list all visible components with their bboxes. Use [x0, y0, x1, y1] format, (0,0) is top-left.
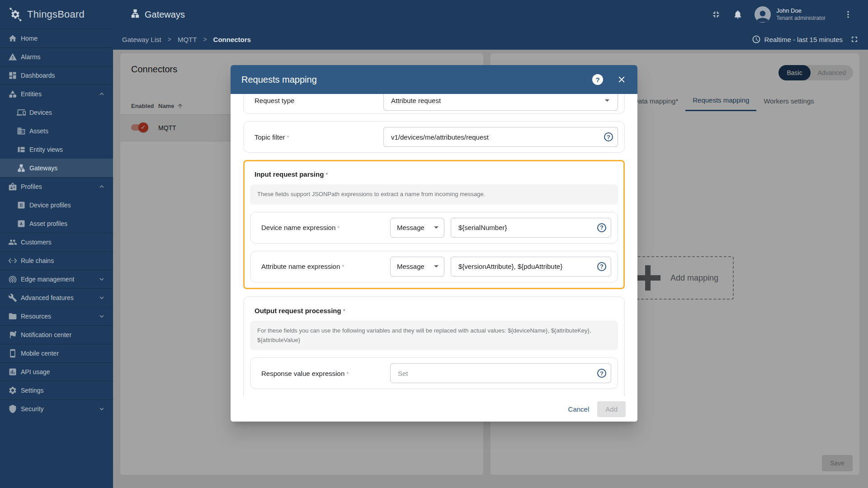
more-vert-icon [844, 10, 853, 19]
entity-views-icon [17, 145, 26, 154]
sidebar-item-security[interactable]: Security [0, 399, 113, 418]
required-asterisk: * [346, 371, 349, 377]
asset-profiles-icon [17, 219, 26, 228]
sidebar-item-home[interactable]: Home [0, 29, 113, 47]
chevron-down-icon [605, 99, 609, 102]
sidebar-item-customers[interactable]: Customers [0, 233, 113, 251]
user-block[interactable]: John Doe Tenant administrator [776, 7, 826, 21]
sidebar-item-api-usage[interactable]: API usage [0, 362, 113, 381]
attribute-name-expression-input[interactable]: ${versionAttribute}, ${pduAttribute}? [451, 257, 611, 277]
sidebar-item-profiles[interactable]: Profiles [0, 177, 113, 196]
form-row-topic-filter: Topic filter*v1/devices/me/attributes/re… [243, 121, 625, 153]
fullscreen-icon [850, 35, 859, 44]
customers-icon [8, 238, 17, 247]
security-icon [8, 404, 17, 413]
page-title-group: Gateways [130, 9, 185, 20]
secondary-header: Gateway List>MQTT>Connectors Realtime - … [113, 29, 868, 50]
topic-filter-input[interactable]: v1/devices/me/attributes/request? [383, 127, 618, 147]
device-name-expression-source-select[interactable]: Message [390, 218, 444, 238]
dialog-title: Requests mapping [241, 75, 592, 85]
help-icon[interactable]: ? [604, 132, 613, 141]
sidebar-item-label: Asset profiles [29, 220, 67, 227]
sidebar-item-advanced-features[interactable]: Advanced features [0, 288, 113, 307]
sidebar-item-settings[interactable]: Settings [0, 381, 113, 399]
avatar[interactable] [755, 6, 771, 23]
cancel-button[interactable]: Cancel [568, 405, 590, 413]
add-button[interactable]: Add [597, 401, 626, 417]
dialog-body: Request typeAttribute requestTopic filte… [231, 94, 637, 396]
field-label: Device name expression* [261, 224, 390, 231]
sidebar-item-dashboards[interactable]: Dashboards [0, 66, 113, 84]
help-icon[interactable]: ? [597, 369, 606, 378]
help-icon[interactable]: ? [597, 223, 606, 232]
gateways-icon [17, 164, 26, 173]
thingsboard-logo-icon [7, 6, 24, 23]
sidebar-item-entities[interactable]: Entities [0, 84, 113, 103]
home-icon [8, 34, 17, 43]
advanced-features-icon [8, 293, 17, 302]
sidebar-item-label: API usage [21, 368, 50, 375]
sidebar-item-resources[interactable]: Resources [0, 307, 113, 325]
sidebar-item-label: Rule chains [21, 257, 54, 264]
api-usage-icon [8, 367, 17, 376]
collapse-button[interactable] [711, 9, 721, 19]
sidebar-item-label: Notification center [21, 331, 71, 338]
user-name: John Doe [776, 7, 826, 14]
sidebar-item-label: Security [21, 405, 44, 413]
help-icon[interactable]: ? [597, 262, 606, 271]
section-hint: For these fields you can use the followi… [250, 321, 618, 351]
sidebar-item-device-profiles[interactable]: Device profiles [0, 196, 113, 214]
sidebar-item-asset-profiles[interactable]: Asset profiles [0, 214, 113, 233]
response-value-expression-input[interactable]: Set? [390, 363, 611, 383]
sidebar-item-devices[interactable]: Devices [0, 103, 113, 122]
sidebar-item-label: Assets [29, 127, 48, 135]
section-input-request-parsing: Input request parsing*These fields suppo… [243, 160, 625, 289]
breadcrumb-item[interactable]: Gateway List [122, 36, 161, 43]
breadcrumb-separator: > [168, 36, 171, 43]
timewindow-button[interactable] [752, 35, 761, 44]
sidebar-item-label: Device profiles [29, 202, 71, 209]
mobile-center-icon [8, 349, 17, 358]
sidebar-item-alarms[interactable]: Alarms [0, 47, 113, 66]
required-asterisk: * [287, 134, 289, 141]
attribute-name-expression-source-select[interactable]: Message [390, 257, 444, 277]
chevron-down-icon [98, 312, 106, 320]
notifications-icon [733, 9, 743, 19]
sidebar-item-entity-views[interactable]: Entity views [0, 140, 113, 159]
rule-chains-icon [8, 256, 17, 265]
fullscreen-button[interactable] [850, 35, 859, 44]
sidebar-item-label: Home [21, 35, 38, 42]
request-type-select[interactable]: Attribute request [383, 94, 618, 111]
collapse-icon [711, 9, 721, 19]
chevron-down-icon [98, 405, 106, 413]
section-title: Input request parsing* [250, 167, 618, 184]
chevron-down-icon [98, 294, 106, 302]
sidebar-item-label: Alarms [21, 53, 41, 61]
sidebar-item-rule-chains[interactable]: Rule chains [0, 251, 113, 270]
form-row-response-value-expression: Response value expression*Set? [250, 357, 618, 389]
field-label: Topic filter* [255, 133, 383, 141]
form-row-attribute-name-expression: Attribute name expression*Message${versi… [250, 251, 618, 282]
sidebar-item-gateways[interactable]: Gateways [0, 159, 113, 177]
logo[interactable]: ThingsBoard [0, 0, 113, 29]
close-icon[interactable] [617, 75, 627, 84]
chevron-up-icon [98, 183, 106, 191]
section-hint: These fields support JSONPath expression… [250, 184, 618, 205]
device-profiles-icon [17, 201, 26, 210]
field-label: Request type [255, 97, 383, 104]
required-asterisk: * [337, 225, 340, 231]
device-name-expression-input[interactable]: ${serialNumber}? [451, 218, 611, 238]
notification-center-icon [8, 330, 17, 339]
help-icon[interactable]: ? [592, 74, 603, 85]
chevron-down-icon [98, 275, 106, 283]
sidebar-item-mobile-center[interactable]: Mobile center [0, 344, 113, 362]
sidebar-item-label: Gateways [29, 164, 57, 172]
more-vert-button[interactable] [844, 10, 853, 19]
field-label: Attribute name expression* [261, 263, 390, 270]
breadcrumb-item[interactable]: MQTT [178, 36, 197, 43]
sidebar-item-edge-management[interactable]: Edge management [0, 270, 113, 288]
sidebar-item-assets[interactable]: Assets [0, 122, 113, 140]
notifications-button[interactable] [733, 9, 743, 19]
sidebar-item-label: Profiles [21, 183, 42, 190]
sidebar-item-notification-center[interactable]: Notification center [0, 325, 113, 344]
